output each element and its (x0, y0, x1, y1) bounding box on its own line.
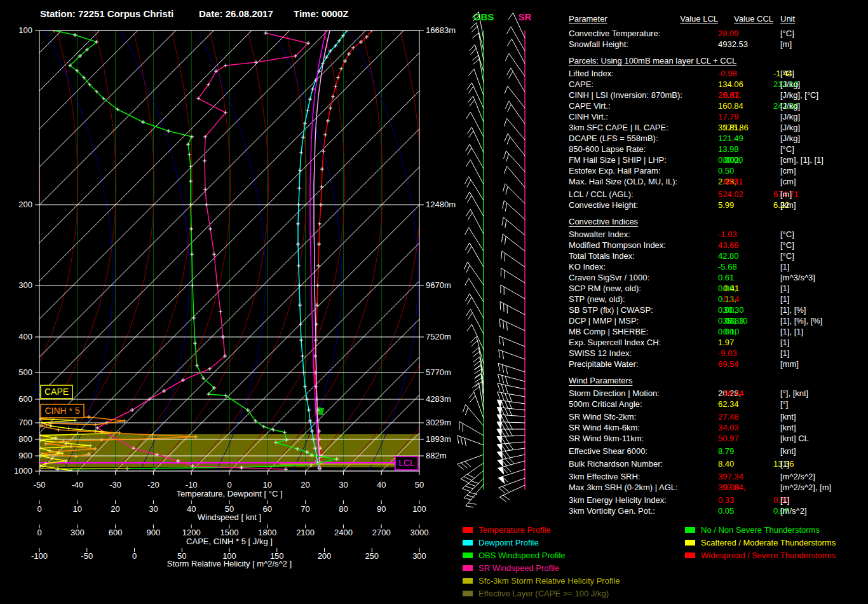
table-row: LCL / CCL (AGL):524.02674.71[m] (569, 189, 868, 200)
legend-label: OBS Windspeed Profile (478, 551, 566, 560)
param-label: Snowfall Height: (569, 39, 628, 49)
value-part: 524.02 (718, 189, 743, 199)
station-title: Station: 72251 Corpus Christi (40, 8, 173, 19)
table-row: 3km Energy Helicity Index:0.330.53[1] (569, 495, 868, 506)
param-label: FM Hail Size | SHIP | LHP: (569, 155, 667, 165)
svg-text:Windspeed [ knt ]: Windspeed [ knt ] (198, 512, 261, 522)
unit-label: [°], [knt] (780, 388, 808, 398)
svg-text:882m: 882m (426, 451, 447, 460)
svg-text:20: 20 (301, 480, 309, 490)
svg-text:600: 600 (109, 528, 123, 537)
param-label: Precipitable Water: (569, 359, 638, 369)
value-part: 0.31 (723, 90, 739, 100)
svg-text:80: 80 (339, 504, 348, 514)
table-row: 500m Critical Angle:62.34[°] (569, 399, 868, 410)
svg-text:0: 0 (37, 528, 41, 537)
param-label: 3km Energy Helicity Index: (569, 495, 667, 505)
value-part: 0.10 (723, 327, 739, 336)
value-part: 121.49 (718, 134, 743, 143)
unit-label: [J/kg] (780, 134, 800, 143)
table-row: Estofex Exp. Hail Param:0.50[cm] (569, 166, 868, 177)
value-part: 275.86 (723, 123, 749, 132)
header-value-ccl: Value CCL (721, 14, 773, 24)
param-label: CAPE Virt.: (569, 101, 611, 111)
svg-text:CINH * 5: CINH * 5 (44, 406, 79, 416)
table-row: Exp. Supercell Index CH:1.97[1] (569, 338, 868, 348)
unit-label: [1], [1] (780, 327, 803, 336)
unit-label: [J/kg] (780, 112, 800, 121)
header-parameter: Parameter (569, 14, 607, 24)
value-part: 160.84 (718, 101, 743, 111)
value-part: 30.30 (723, 305, 744, 315)
unit-label: [1], [%] (780, 305, 806, 315)
unit-label: [1] (780, 338, 789, 347)
table-row: Total Totals Index:42.80[°C] (569, 251, 868, 262)
legend-swatch (463, 540, 473, 546)
table-row: KO Index:-5.68[1] (569, 262, 868, 273)
table-row: 3km Vorticity Gen. Pot.:0.050.07[m/s^2] (569, 506, 868, 517)
value-part: 0.33 (718, 495, 734, 505)
value-part: -1.03 (718, 230, 737, 239)
table-header-row: ParameterValue LCLValue CCLUnit (569, 14, 868, 25)
param-label: KO Index: (569, 262, 606, 271)
svg-text:0: 0 (132, 551, 137, 561)
table-row: Storm Direction | Motion:20.28,56.44[°],… (569, 388, 868, 399)
svg-text:OBS: OBS (473, 11, 494, 22)
value-part: -5.68 (718, 262, 737, 271)
value-part: 56.44 (723, 388, 744, 398)
svg-text:50: 50 (415, 480, 424, 490)
table-row: CAPE:134.06213.10[J/kg] (569, 79, 868, 90)
unit-label: [km] (780, 200, 796, 210)
lcl-label: LCL (395, 456, 418, 470)
table-row: DCP | MMP | MSP:0.03,38.83,52.10[1], [%]… (569, 316, 868, 327)
unit-label: [J/kg] (780, 101, 800, 111)
svg-text:3000: 3000 (410, 528, 429, 537)
unit-label: [knt] (780, 412, 796, 422)
legend-label: Sfc-3km Storm Relative Helicity Profile (478, 576, 620, 586)
svg-text:1000: 1000 (14, 466, 32, 476)
svg-text:SR: SR (519, 11, 532, 22)
table-row: Convective Temperature:28.09[°C] (569, 29, 868, 39)
header-unit: Unit (780, 14, 795, 24)
svg-text:90: 90 (377, 504, 386, 514)
param-label: 850-600 Lapse Rate: (569, 144, 646, 154)
svg-text:0: 0 (227, 480, 231, 490)
svg-text:500: 500 (18, 367, 32, 377)
legend-label: SR Windspeed Profile (478, 563, 559, 573)
svg-text:200: 200 (18, 200, 32, 209)
unit-label: [J/kg], [°C] (780, 90, 818, 100)
legend-item: SR Windspeed Profile (463, 561, 620, 574)
table-row: Effective Shear 6000:8.79[knt] (569, 446, 868, 457)
value-part: -9.03 (718, 348, 737, 358)
value-part: 69.54 (718, 359, 739, 369)
value-part: 134.06 (718, 79, 743, 89)
param-label: Total Totals Index: (569, 251, 635, 261)
param-label: LCL / CCL (AGL): (569, 189, 634, 199)
unit-label: [1] (780, 262, 789, 271)
param-label: Max. Hail Size (OLD, MU, IL): (569, 177, 677, 186)
legend-item: Widespread / Severe Thunderstorms (685, 549, 836, 561)
value-part: 1.97 (718, 338, 734, 347)
param-label: SB STP (fix) | CWASP: (569, 305, 653, 315)
table-row: CAPE Virt.:160.84242.64[J/kg] (569, 101, 868, 112)
svg-text:4283m: 4283m (426, 394, 451, 404)
table-row: MB Comp | SHERBE:0.00,0.10[1], [1] (569, 327, 868, 338)
value-part: 6.31 (727, 177, 743, 186)
svg-text:1893m: 1893m (426, 434, 451, 444)
legend-swatch (463, 553, 473, 558)
sr-windspeed-profile (95, 31, 310, 471)
legend-label: Effective Layer (CAPE >= 100 J/kg) (478, 589, 609, 598)
param-label: Lifted Index: (569, 69, 614, 78)
table-row: Modified Thompson Index:43.68[°C] (569, 240, 868, 251)
sr-wind-barb-column: SR (497, 11, 532, 502)
legend-swatch (685, 553, 695, 558)
sounding-app-window: CAPECINH * 5LCL1002003004005006007008009… (0, 0, 868, 604)
param-label: 3km Vorticity Gen. Pot.: (569, 506, 655, 516)
svg-text:2100: 2100 (296, 528, 315, 537)
value-part: 34.03 (718, 423, 739, 432)
unit-label: [m] (780, 39, 792, 49)
svg-text:900: 900 (18, 451, 32, 460)
legend-swatch (463, 565, 473, 571)
cinh-5-label: CINH * 5 (41, 404, 84, 418)
param-label: Estofex Exp. Hail Param: (569, 166, 661, 175)
